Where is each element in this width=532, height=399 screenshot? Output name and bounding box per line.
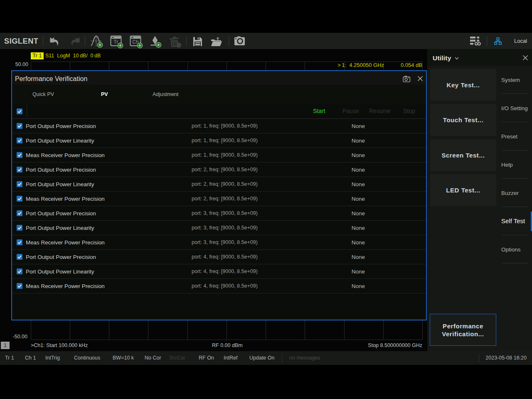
svg-text:Tr: Tr <box>114 39 118 45</box>
